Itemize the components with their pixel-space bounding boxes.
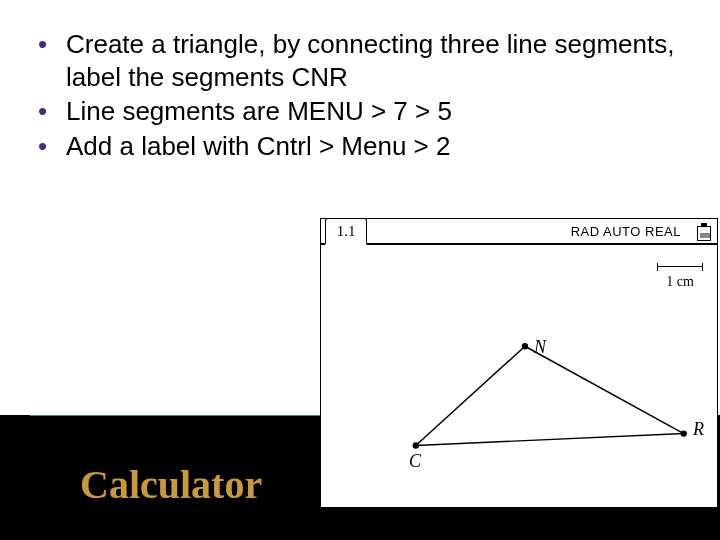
svg-line-0 [416, 346, 525, 445]
svg-point-3 [413, 442, 419, 448]
svg-point-4 [522, 343, 528, 349]
svg-line-1 [525, 346, 684, 433]
calculator-canvas: 1 cm N C R [321, 247, 717, 507]
footer-title: Calculator [80, 461, 262, 508]
slide-content: Create a triangle, by connecting three l… [0, 0, 720, 162]
bullet-item: Create a triangle, by connecting three l… [30, 28, 690, 93]
calculator-topbar: 1.1 RAD AUTO REAL [321, 219, 717, 245]
svg-line-2 [416, 434, 684, 446]
bullet-list: Create a triangle, by connecting three l… [30, 28, 690, 162]
bullet-item: Add a label with Cntrl > Menu > 2 [30, 130, 690, 163]
vertex-label-r: R [693, 419, 704, 440]
battery-icon [697, 223, 711, 241]
vertex-label-c: C [409, 451, 421, 472]
calculator-status: RAD AUTO REAL [571, 224, 681, 239]
svg-point-5 [681, 430, 687, 436]
calculator-screenshot: 1.1 RAD AUTO REAL 1 cm N C R [320, 218, 718, 508]
triangle-figure [321, 247, 717, 507]
calculator-tab: 1.1 [325, 218, 367, 245]
bullet-item: Line segments are MENU > 7 > 5 [30, 95, 690, 128]
vertex-label-n: N [534, 337, 546, 358]
